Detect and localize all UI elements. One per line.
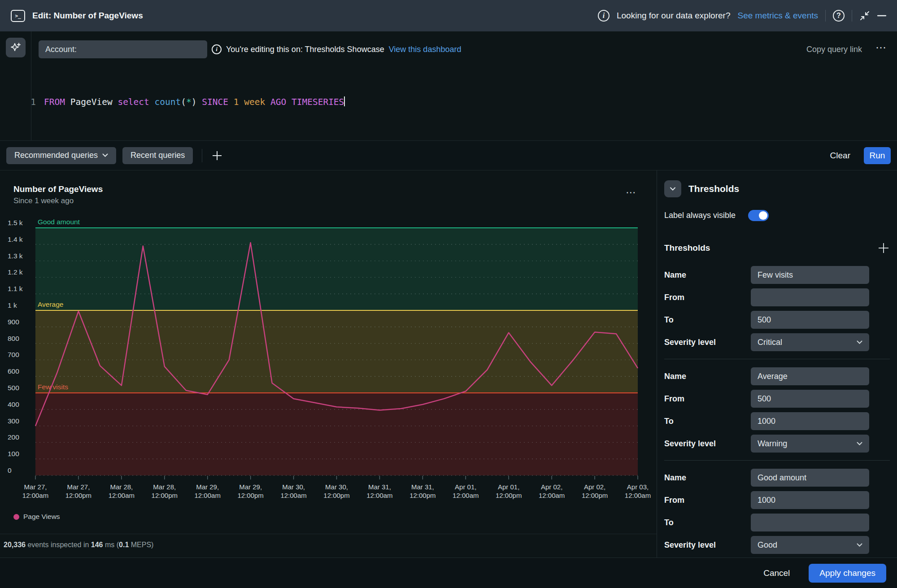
thresholds-section-header: Thresholds — [664, 242, 890, 254]
query-editor-window: >_ Edit: Number of PageViews i Looking f… — [0, 0, 897, 588]
toggle-label: Label always visible — [664, 211, 736, 220]
from-label: From — [664, 496, 751, 505]
svg-text:Good amount: Good amount — [38, 218, 80, 226]
info-icon: i — [212, 44, 222, 54]
svg-text:12:00am: 12:00am — [625, 492, 651, 499]
editing-notice: i You're editing this on: Thresholds Sho… — [212, 44, 461, 54]
plus-icon — [877, 242, 890, 254]
chevron-down-icon — [857, 340, 862, 344]
svg-text:1.5 k: 1.5 k — [8, 219, 23, 226]
recommended-queries-button[interactable]: Recommended queries — [6, 147, 116, 164]
recent-queries-label: Recent queries — [131, 151, 185, 160]
divider — [852, 10, 852, 22]
sparkle-icon — [10, 42, 22, 53]
name-input[interactable] — [751, 367, 869, 385]
legend-label: Page Views — [23, 513, 60, 521]
svg-text:Mar 28,: Mar 28, — [153, 483, 176, 491]
svg-text:12:00am: 12:00am — [109, 492, 135, 499]
collapse-window-button[interactable] — [859, 10, 870, 21]
to-input[interactable] — [751, 514, 869, 531]
to-input[interactable] — [751, 311, 869, 329]
editing-notice-text: You're editing this on: Thresholds Showc… — [226, 45, 384, 54]
chevron-down-icon — [102, 153, 108, 157]
legend-item-page-views[interactable]: Page Views — [13, 513, 60, 521]
run-button[interactable]: Run — [864, 147, 891, 164]
query-menu-button[interactable]: ⋯ — [875, 41, 887, 54]
from-input[interactable] — [751, 390, 869, 408]
svg-text:Mar 31,: Mar 31, — [411, 483, 434, 491]
name-label: Name — [664, 270, 751, 280]
see-metrics-events-link[interactable]: See metrics & events — [737, 11, 818, 21]
chart-menu-button[interactable]: ⋯ — [626, 187, 637, 199]
svg-text:Apr 01,: Apr 01, — [455, 483, 476, 491]
severity-label: Severity level — [664, 540, 751, 550]
cancel-button[interactable]: Cancel — [763, 568, 790, 578]
chevron-down-icon — [857, 543, 862, 547]
name-label: Name — [664, 473, 751, 483]
clear-button[interactable]: Clear — [830, 151, 850, 161]
to-input[interactable] — [751, 412, 869, 430]
svg-text:1.2 k: 1.2 k — [8, 268, 23, 276]
query-input[interactable]: 1 FROM PageView select count(*) SINCE 1 … — [0, 96, 345, 109]
thresholds-section-title: Thresholds — [664, 243, 710, 253]
divider — [825, 10, 826, 22]
to-label: To — [664, 315, 751, 325]
svg-text:100: 100 — [8, 450, 19, 457]
severity-value: Good — [758, 540, 777, 550]
label-visibility-row: Label always visible — [664, 210, 890, 221]
svg-text:Mar 31,: Mar 31, — [368, 483, 391, 491]
name-label: Name — [664, 372, 751, 381]
add-threshold-button[interactable] — [877, 242, 890, 254]
from-label: From — [664, 293, 751, 302]
severity-label: Severity level — [664, 439, 751, 449]
name-input[interactable] — [751, 266, 869, 284]
ms-count: 146 — [91, 541, 103, 549]
chevron-down-icon — [857, 442, 862, 446]
terminal-icon: >_ — [11, 10, 25, 22]
view-dashboard-link[interactable]: View this dashboard — [389, 45, 462, 54]
to-label: To — [664, 417, 751, 426]
severity-select[interactable]: Warning — [751, 435, 869, 453]
svg-text:400: 400 — [8, 401, 19, 408]
svg-text:12:00pm: 12:00pm — [323, 492, 349, 499]
svg-text:12:00am: 12:00am — [453, 492, 479, 499]
label-always-visible-toggle[interactable] — [748, 210, 769, 221]
svg-text:800: 800 — [8, 335, 19, 342]
question-icon: ? — [833, 10, 845, 22]
collapse-arrows-icon — [859, 10, 870, 21]
minimize-button[interactable] — [877, 15, 886, 17]
svg-text:Mar 28,: Mar 28, — [110, 483, 133, 491]
thresholds-panel-header: Thresholds — [664, 180, 890, 197]
add-query-tab-button[interactable] — [211, 150, 223, 161]
svg-text:Mar 27,: Mar 27, — [67, 483, 90, 491]
from-input[interactable] — [751, 288, 869, 306]
query-toolbar: Recommended queries Recent queries Clear… — [0, 140, 897, 170]
svg-text:12:00pm: 12:00pm — [237, 492, 263, 499]
editor-left-rail — [0, 31, 31, 140]
severity-select[interactable]: Critical — [751, 333, 869, 351]
copy-query-link-button[interactable]: Copy query link — [806, 45, 862, 54]
collapse-panel-button[interactable] — [664, 180, 681, 197]
svg-text:600: 600 — [8, 367, 19, 375]
svg-text:0: 0 — [8, 466, 12, 474]
recent-queries-button[interactable]: Recent queries — [122, 147, 193, 164]
events-count: 20,336 — [4, 541, 26, 549]
threshold-group-1: Name From To Severity level Critical — [664, 266, 890, 351]
title-bar: >_ Edit: Number of PageViews i Looking f… — [0, 0, 897, 31]
svg-text:1.1 k: 1.1 k — [8, 285, 23, 292]
ai-assistant-button[interactable] — [6, 38, 26, 57]
query-text: FROM PageView select count(*) SINCE 1 we… — [44, 96, 345, 109]
severity-select[interactable]: Good — [751, 536, 869, 554]
help-button[interactable]: ? — [833, 10, 845, 22]
main-content: 1.5 k1.4 k1.3 k1.2 k1.1 k1 k900800700600… — [0, 170, 897, 558]
from-input[interactable] — [751, 491, 869, 509]
svg-text:12:00am: 12:00am — [366, 492, 392, 499]
apply-changes-button[interactable]: Apply changes — [809, 564, 886, 583]
divider — [202, 149, 202, 162]
account-selector[interactable]: Account: — [39, 40, 207, 58]
svg-text:Mar 27,: Mar 27, — [24, 483, 47, 491]
plus-icon — [211, 150, 223, 161]
chevron-down-icon — [670, 187, 676, 191]
name-input[interactable] — [751, 469, 869, 487]
svg-text:Apr 02,: Apr 02, — [541, 483, 562, 491]
